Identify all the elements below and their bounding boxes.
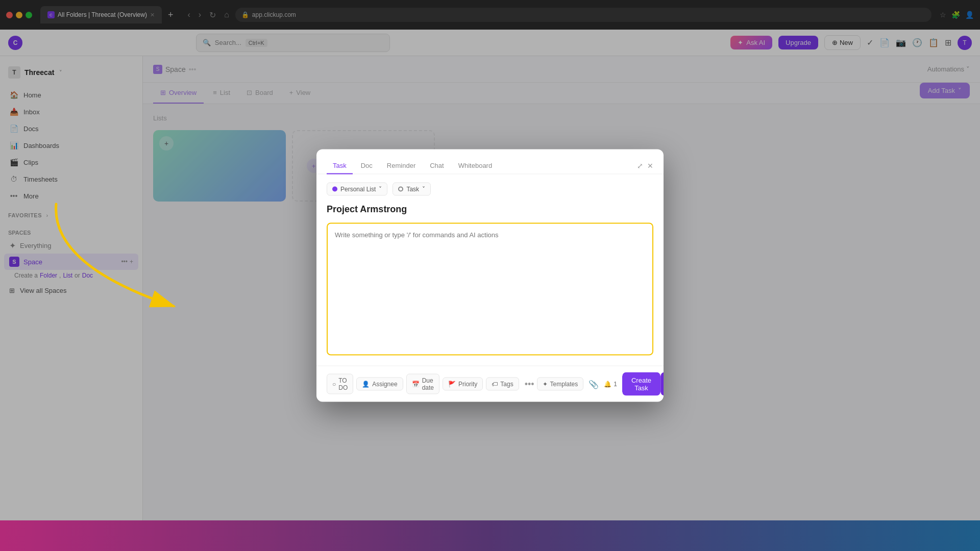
due-date-chip[interactable]: 📅 Due date <box>406 374 439 394</box>
modal-tab-reminder-label: Reminder <box>387 162 415 169</box>
modal-tab-task[interactable]: Task <box>327 158 353 174</box>
tags-icon: 🏷 <box>492 381 498 388</box>
create-task-group: Create Task ˅ <box>622 372 664 396</box>
footer-more-btn[interactable]: ••• <box>522 376 537 392</box>
modal-tab-bar: Task Doc Reminder Chat Whiteboard ⤢ ✕ <box>316 149 664 174</box>
create-task-modal: Task Doc Reminder Chat Whiteboard ⤢ ✕ Pe… <box>316 149 664 402</box>
attachment-btn[interactable]: 📎 <box>589 379 599 389</box>
footer-actions: ○ TO DO 👤 Assignee 📅 Due date 🚩 Priority… <box>327 374 537 394</box>
create-task-button[interactable]: Create Task <box>622 372 660 396</box>
modal-title[interactable]: Project Armstrong <box>327 202 653 217</box>
type-selector-dot <box>398 187 403 192</box>
modal-editor[interactable] <box>327 223 653 356</box>
priority-label: Priority <box>458 381 477 388</box>
type-selector-label: Task <box>406 186 419 193</box>
list-selector[interactable]: Personal List ˅ <box>327 183 387 196</box>
type-selector[interactable]: Task ˅ <box>393 183 431 196</box>
due-date-label: Due date <box>422 377 434 391</box>
modal-close-icon[interactable]: ✕ <box>647 162 653 170</box>
create-task-label: Create Task <box>631 377 651 392</box>
bell-icon[interactable]: 🔔 <box>604 381 611 388</box>
modal-tab-doc-label: Doc <box>361 162 373 169</box>
modal-tab-reminder[interactable]: Reminder <box>381 158 422 174</box>
modal-body: Personal List ˅ Task ˅ Project Armstrong <box>316 174 664 366</box>
due-date-icon: 📅 <box>412 381 420 388</box>
type-selector-chevron-icon: ˅ <box>422 186 425 193</box>
templates-label: Templates <box>550 381 578 388</box>
modal-tab-chat-label: Chat <box>430 162 444 169</box>
modal-selectors: Personal List ˅ Task ˅ <box>327 183 653 196</box>
list-selector-label: Personal List <box>340 186 376 193</box>
footer-right: ✦ Templates 📎 🔔 1 Create Task ˅ <box>537 372 664 396</box>
modal-minimize-icon[interactable]: ⤢ <box>637 162 643 170</box>
list-selector-chevron-icon: ˅ <box>379 186 382 193</box>
modal-footer: ○ TO DO 👤 Assignee 📅 Due date 🚩 Priority… <box>316 366 664 402</box>
priority-chip[interactable]: 🚩 Priority <box>443 378 483 391</box>
bell-count: 1 <box>614 381 617 388</box>
modal-tab-chat[interactable]: Chat <box>424 158 450 174</box>
assignee-chip-label: Assignee <box>372 381 397 388</box>
modal-actions: ⤢ ✕ <box>637 162 653 170</box>
templates-icon: ✦ <box>543 381 548 388</box>
tags-label: Tags <box>500 381 513 388</box>
priority-icon: 🚩 <box>448 381 456 388</box>
create-task-dropdown-btn[interactable]: ˅ <box>660 372 664 396</box>
bell-alert: 🔔 1 <box>604 381 617 388</box>
status-chip[interactable]: ○ TO DO <box>327 374 353 394</box>
modal-tab-task-label: Task <box>333 162 347 169</box>
modal-tab-whiteboard-label: Whiteboard <box>458 162 492 169</box>
tags-chip[interactable]: 🏷 Tags <box>486 378 519 391</box>
list-selector-dot <box>332 187 337 192</box>
assignee-chip-icon: 👤 <box>362 381 370 388</box>
modal-tab-whiteboard[interactable]: Whiteboard <box>452 158 498 174</box>
modal-tab-doc[interactable]: Doc <box>355 158 379 174</box>
status-chip-icon: ○ <box>332 381 336 388</box>
assignee-chip[interactable]: 👤 Assignee <box>356 378 403 391</box>
templates-chip[interactable]: ✦ Templates <box>537 378 584 391</box>
status-chip-label: TO DO <box>338 377 348 391</box>
